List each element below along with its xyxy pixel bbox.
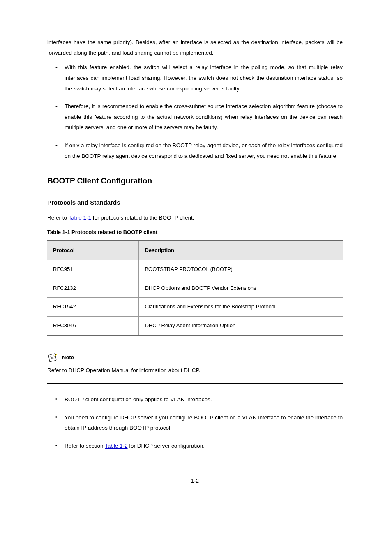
col-header-protocol: Protocol — [47, 241, 139, 260]
bottom-bullet-list: BOOTP client configuration only applies … — [47, 394, 343, 451]
table-caption: Table 1-1 Protocols related to BOOTP cli… — [47, 227, 343, 238]
note-icon — [47, 353, 60, 363]
note-header: Note — [47, 353, 343, 363]
cell-protocol: RFC3046 — [47, 317, 139, 335]
table-header-row: Protocol Description — [47, 241, 343, 260]
table-ref-link[interactable]: Table 1-1 — [69, 215, 92, 221]
note-label: Note — [62, 353, 74, 363]
table-row: RFC951 BOOTSTRAP PROTOCOL (BOOTP) — [47, 260, 343, 279]
col-header-description: Description — [139, 241, 343, 260]
note-block: Note Refer to DHCP Operation Manual for … — [47, 346, 343, 384]
top-bullet-list: With this feature enabled, the switch wi… — [47, 62, 343, 161]
table-row: RFC3046 DHCP Relay Agent Information Opt… — [47, 317, 343, 335]
text: for DHCP server configuration. — [128, 443, 205, 449]
cell-description: DHCP Options and BOOTP Vendor Extensions — [139, 279, 343, 298]
document-page: interfaces have the same priority). Besi… — [0, 0, 392, 511]
intro-paragraph: interfaces have the same priority). Besi… — [47, 37, 343, 58]
list-item: BOOTP client configuration only applies … — [47, 394, 343, 405]
list-item: Refer to section Table 1-2 for DHCP serv… — [47, 441, 343, 451]
note-text: Refer to DHCP Operation Manual for infor… — [47, 365, 343, 376]
page-number: 1-2 — [47, 476, 343, 486]
table-ref-link[interactable]: Table 1-2 — [105, 443, 128, 449]
protocols-table: Protocol Description RFC951 BOOTSTRAP PR… — [47, 240, 343, 335]
text: Refer to section — [65, 443, 105, 449]
list-item: Therefore, it is recommended to enable t… — [47, 101, 343, 133]
section-heading: BOOTP Client Configuration — [47, 173, 343, 188]
cell-protocol: RFC1542 — [47, 298, 139, 317]
cell-description: Clarifications and Extensions for the Bo… — [139, 298, 343, 317]
list-item: You need to configure DHCP server if you… — [47, 412, 343, 433]
subsection-heading: Protocols and Standards — [47, 197, 343, 209]
text: for protocols related to the BOOTP clien… — [91, 215, 194, 221]
cell-description: BOOTSTRAP PROTOCOL (BOOTP) — [139, 260, 343, 279]
cell-description: DHCP Relay Agent Information Option — [139, 317, 343, 335]
list-item: If only a relay interface is configured … — [47, 140, 343, 161]
table-row: RFC1542 Clarifications and Extensions fo… — [47, 298, 343, 317]
cell-protocol: RFC951 — [47, 260, 139, 279]
list-item: With this feature enabled, the switch wi… — [47, 62, 343, 94]
protocol-intro: Refer to Table 1-1 for protocols related… — [47, 213, 343, 223]
cell-protocol: RFC2132 — [47, 279, 139, 298]
table-row: RFC2132 DHCP Options and BOOTP Vendor Ex… — [47, 279, 343, 298]
text: Refer to — [47, 215, 69, 221]
